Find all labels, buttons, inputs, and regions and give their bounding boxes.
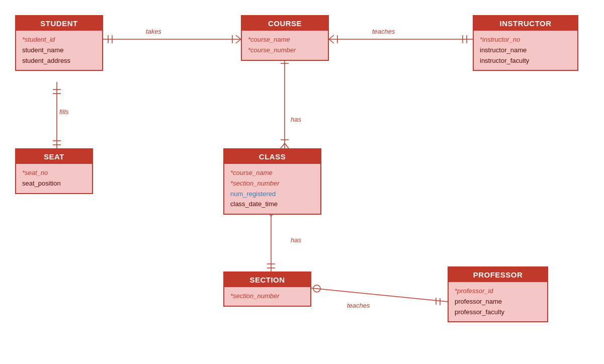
field-professor-id: *professor_id bbox=[455, 286, 541, 297]
entity-student-header: STUDENT bbox=[16, 16, 102, 31]
svg-line-20 bbox=[281, 143, 285, 148]
rel-label-takes: takes bbox=[146, 28, 161, 35]
entity-professor: PROFESSOR *professor_id professor_name p… bbox=[448, 266, 548, 322]
field-instructor-name: instructor_name bbox=[480, 45, 571, 56]
field-course-name: *course_name bbox=[248, 35, 322, 45]
field-class-section-number: *section_number bbox=[230, 178, 314, 189]
entity-section: SECTION *section_number bbox=[223, 271, 311, 307]
entity-class-header: CLASS bbox=[224, 149, 320, 164]
field-class-num-registered: num_registered bbox=[230, 189, 314, 200]
entity-course-header: COURSE bbox=[242, 16, 328, 31]
svg-line-4 bbox=[236, 39, 241, 43]
entity-instructor: INSTRUCTOR *instructor_no instructor_nam… bbox=[473, 15, 578, 71]
svg-line-8 bbox=[329, 39, 334, 43]
svg-line-29 bbox=[311, 288, 448, 302]
field-instructor-no: *instructor_no bbox=[480, 35, 571, 45]
svg-point-30 bbox=[313, 285, 320, 292]
field-instructor-faculty: instructor_faculty bbox=[480, 56, 571, 66]
entity-seat: SEAT *seat_no seat_position bbox=[15, 148, 93, 194]
entity-student: STUDENT *student_id student_name student… bbox=[15, 15, 103, 71]
field-student-address: student_address bbox=[22, 56, 96, 66]
rel-label-has-class: has bbox=[291, 116, 301, 123]
entity-instructor-header: INSTRUCTOR bbox=[474, 16, 577, 31]
field-seat-position: seat_position bbox=[22, 178, 86, 189]
svg-line-3 bbox=[236, 35, 241, 39]
entity-student-body: *student_id student_name student_address bbox=[16, 31, 102, 70]
field-class-date-time: class_date_time bbox=[230, 199, 314, 210]
entity-class: CLASS *course_name *section_number num_r… bbox=[223, 148, 321, 215]
entity-class-body: *course_name *section_number num_registe… bbox=[224, 164, 320, 214]
entity-professor-body: *professor_id professor_name professor_f… bbox=[449, 282, 547, 321]
rel-label-teaches-professor: teaches bbox=[347, 302, 370, 309]
entity-instructor-body: *instructor_no instructor_name instructo… bbox=[474, 31, 577, 70]
field-professor-faculty: professor_faculty bbox=[455, 307, 541, 318]
field-student-name: student_name bbox=[22, 45, 96, 56]
field-seat-no: *seat_no bbox=[22, 168, 86, 178]
field-student-id: *student_id bbox=[22, 35, 96, 45]
entity-course: COURSE *course_name *course_number bbox=[241, 15, 329, 61]
svg-line-7 bbox=[329, 35, 334, 39]
rel-label-teaches-instructor: teaches bbox=[372, 28, 395, 35]
entity-section-header: SECTION bbox=[224, 272, 310, 287]
entity-professor-header: PROFESSOR bbox=[449, 267, 547, 282]
rel-label-fills: fills bbox=[59, 108, 69, 116]
rel-label-has-section: has bbox=[291, 236, 301, 244]
field-professor-name: professor_name bbox=[455, 297, 541, 307]
svg-line-21 bbox=[285, 143, 289, 148]
diagram-container: takes teaches fills has has teaches STUD… bbox=[0, 0, 604, 364]
entity-section-body: *section_number bbox=[224, 287, 310, 306]
field-class-course-name: *course_name bbox=[230, 168, 314, 178]
entity-course-body: *course_name *course_number bbox=[242, 31, 328, 60]
field-section-number: *section_number bbox=[230, 291, 304, 302]
entity-seat-header: SEAT bbox=[16, 149, 92, 164]
entity-seat-body: *seat_no seat_position bbox=[16, 164, 92, 193]
field-course-number: *course_number bbox=[248, 45, 322, 56]
